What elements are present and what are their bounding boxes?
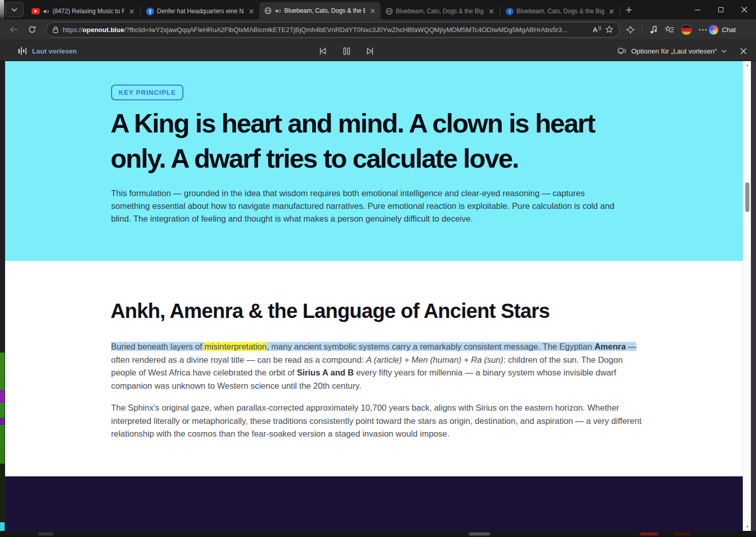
tab-title: Bluebeam, Cats, Dogs & the B [284,7,365,14]
footer-section [5,476,743,531]
close-tab-icon[interactable] [247,7,255,15]
facebook-icon [506,8,514,15]
tab-bluebeam-active[interactable]: Bluebeam, Cats, Dogs & the B [259,2,381,19]
tab-divider [140,7,141,15]
tab-strip: (8472) Relaxing Music to Rest Denfer hat… [0,0,756,19]
desktop-left-sliver [0,61,5,531]
new-tab-button[interactable] [621,3,636,17]
read-aloud-icon[interactable]: A)) [593,26,601,34]
address-bar: https://openout.blue/?fbclid=IwY2xjawQqq… [0,19,756,40]
tab-actions-menu-button[interactable] [5,2,23,17]
previous-paragraph-button[interactable] [318,46,328,56]
close-tab-icon[interactable] [368,7,376,15]
tab-title: Denfer hat Headquarters eine Nac [157,8,244,15]
article-paragraph-2: The Sphinx's original gaze, when paralla… [111,401,643,441]
hero-section: KEY PRINCIPLE A King is heart and mind. … [5,61,743,261]
scroll-up-arrow[interactable]: ▲ [743,62,751,68]
globe-icon [264,7,272,14]
url-field[interactable]: https://openout.blue/?fbclid=IwY2xjawQqq… [46,22,620,38]
tab-relaxing-music[interactable]: (8472) Relaxing Music to Rest [26,3,140,19]
chat-label: Chat [722,26,736,34]
close-tab-icon[interactable] [487,7,495,15]
voice-options-icon [617,47,627,56]
close-icon [741,7,747,13]
read-aloud-controls [318,40,375,62]
read-aloud-options-label: Optionen für „Laut vorlesen“ [631,47,717,55]
taskbar-sliver [0,531,756,537]
page-viewport: KEY PRINCIPLE A King is heart and mind. … [5,61,751,531]
window-right-edge [751,61,756,531]
plus-icon [626,7,632,13]
maximize-icon [718,7,723,12]
toolbar-divider [642,25,642,34]
article-paragraph-1: Buried beneath layers of misinterpretati… [111,340,643,392]
article-heading: Ankh, Amenra & the Language of Ancient S… [111,300,550,323]
close-tab-icon[interactable] [127,7,136,15]
next-paragraph-button[interactable] [365,46,375,56]
hero-paragraph: This formulation — grounded in the idea … [111,187,623,225]
read-aloud-status: Laut vorlesen [18,40,77,62]
article-section: Ankh, Amenra & the Language of Ancient S… [5,261,743,476]
url-text: https://openout.blue/?fbclid=IwY2xjawQqq… [63,26,589,34]
back-button[interactable] [6,22,21,37]
read-aloud-options-area: Optionen für „Laut vorlesen“ [617,40,747,62]
tab-title: Bluebeam, Cats, Dogs & the Big P [396,8,484,15]
toolbar-icons [626,24,707,35]
close-read-aloud-button[interactable] [740,48,747,55]
hero-heading: A King is heart and mind. A clown is hea… [111,106,676,176]
settings-more-icon[interactable] [699,29,707,31]
tab-divider [620,7,620,15]
chevron-down-icon [11,8,17,12]
youtube-icon [32,8,40,14]
key-principle-badge: KEY PRINCIPLE [111,85,183,100]
globe-icon [386,8,393,15]
read-aloud-label: Laut vorlesen [32,47,77,55]
close-window-button[interactable] [733,0,756,19]
chevron-down-icon [721,49,727,53]
collections-icon[interactable] [665,25,674,34]
minimize-button[interactable] [686,0,709,19]
desktop-edge-sliver [0,0,4,19]
back-arrow-icon [10,26,18,33]
tab-divider [500,7,500,15]
maximize-button[interactable] [709,0,733,19]
window-controls [686,0,756,19]
tab-title: (8472) Relaxing Music to Rest [52,8,124,15]
close-tab-icon[interactable] [607,7,615,15]
copilot-chat-button[interactable]: Chat [709,25,736,35]
copilot-icon [709,25,718,35]
minimize-icon [695,10,700,10]
pause-button[interactable] [342,46,351,56]
tab-bluebeam-2[interactable]: Bluebeam, Cats, Dogs & the Big P [381,3,499,19]
scrollbar-thumb[interactable] [745,182,749,212]
tab-bluebeam-3[interactable]: Bluebeam, Cats, Dogs & the Big P [501,3,619,19]
page-scrollbar[interactable]: ▲ ▼ [743,61,751,531]
waveform-icon [18,46,26,56]
media-controls-icon[interactable] [650,25,658,34]
refresh-button[interactable] [24,22,40,37]
browser-essentials-icon[interactable] [626,25,635,34]
read-aloud-toolbar: Laut vorlesen Optionen für „Laut vorlese… [0,40,756,61]
tab-denfer[interactable]: Denfer hat Headquarters eine Nac [141,3,259,19]
read-aloud-options-button[interactable]: Optionen für „Laut vorlesen“ [617,47,727,56]
profile-avatar[interactable] [681,24,692,35]
lock-icon [52,26,59,33]
facebook-icon [146,8,154,15]
scroll-down-arrow[interactable]: ▼ [743,524,751,530]
tab-title: Bluebeam, Cats, Dogs & the Big P [517,8,604,15]
favorites-star-icon[interactable] [605,25,613,34]
audio-playing-icon [275,8,281,14]
audio-playing-icon [43,8,49,15]
refresh-icon [28,25,36,34]
